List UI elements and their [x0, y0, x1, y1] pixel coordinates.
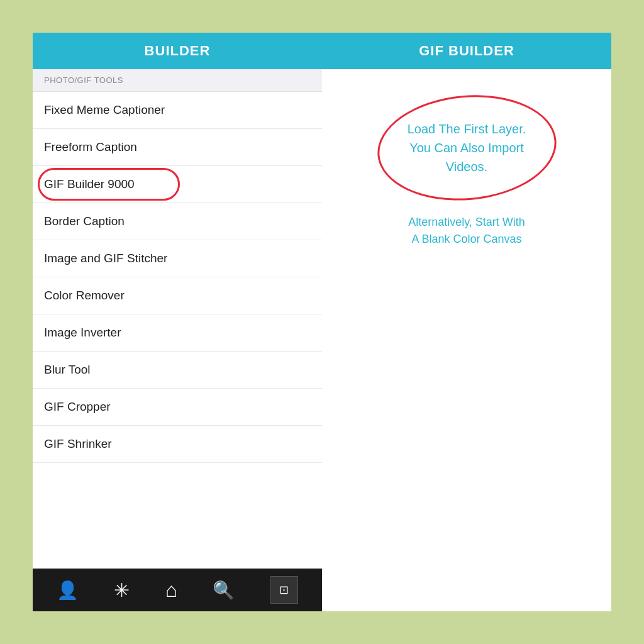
menu-item-fixed-meme-captioner[interactable]: Fixed Meme Captioner	[33, 92, 322, 129]
menu-list: Fixed Meme CaptionerFreeform CaptionGIF …	[33, 92, 322, 463]
search-icon[interactable]: 🔍	[213, 580, 235, 601]
menu-item-gif-builder-9000[interactable]: GIF Builder 9000	[33, 166, 322, 203]
blank-canvas-text[interactable]: Alternatively, Start WithA Blank Color C…	[408, 214, 525, 248]
menu-item-blur-tool[interactable]: Blur Tool	[33, 352, 322, 389]
left-panel-header: BUILDER	[33, 33, 322, 69]
section-label: PHOTO/GIF TOOLS	[33, 69, 322, 92]
bottom-nav: 👤 ✳ ⌂ 🔍 ⊡	[33, 569, 322, 611]
menu-item-freeform-caption[interactable]: Freeform Caption	[33, 129, 322, 166]
home-icon[interactable]: ⌂	[165, 579, 177, 602]
menu-item-image-and-gif-stitcher[interactable]: Image and GIF Stitcher	[33, 240, 322, 277]
person-icon[interactable]: 👤	[57, 580, 79, 601]
left-panel-title: BUILDER	[145, 43, 211, 58]
menu-item-border-caption[interactable]: Border Caption	[33, 203, 322, 240]
right-panel: GIF BUILDER Load The First Layer.You Can…	[322, 33, 611, 611]
load-layer-box: Load The First Layer.You Can Also Import…	[389, 107, 545, 189]
app-container: BUILDER PHOTO/GIF TOOLS Fixed Meme Capti…	[20, 20, 624, 624]
menu-item-image-inverter[interactable]: Image Inverter	[33, 314, 322, 352]
left-panel: BUILDER PHOTO/GIF TOOLS Fixed Meme Capti…	[33, 33, 322, 611]
gear-icon[interactable]: ✳	[114, 579, 130, 601]
menu-item-color-remover[interactable]: Color Remover	[33, 277, 322, 314]
right-panel-title: GIF BUILDER	[419, 43, 514, 58]
left-panel-body: PHOTO/GIF TOOLS Fixed Meme CaptionerFree…	[33, 69, 322, 569]
right-panel-content: Load The First Layer.You Can Also Import…	[322, 69, 611, 611]
load-layer-text[interactable]: Load The First Layer.You Can Also Import…	[408, 119, 526, 176]
menu-item-gif-cropper[interactable]: GIF Cropper	[33, 389, 322, 426]
menu-item-gif-shrinker[interactable]: GIF Shrinker	[33, 426, 322, 463]
square-icon[interactable]: ⊡	[270, 576, 298, 604]
right-panel-header: GIF BUILDER	[322, 33, 611, 69]
